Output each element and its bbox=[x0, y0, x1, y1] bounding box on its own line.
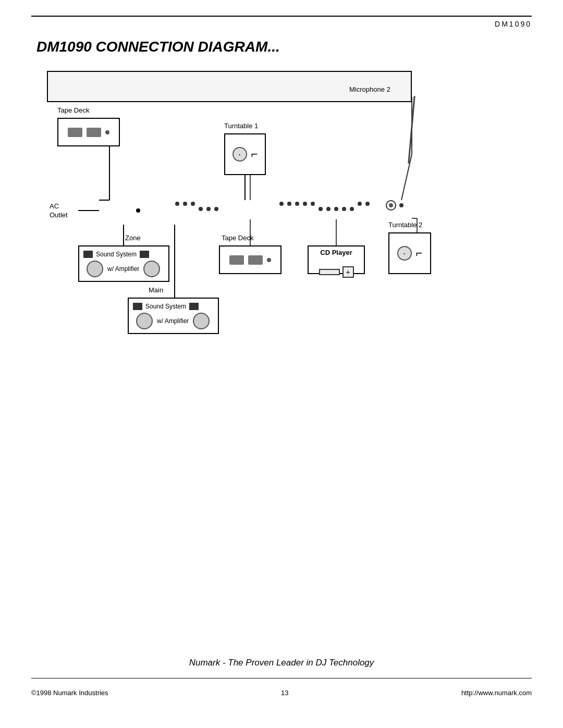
tape-deck-1 bbox=[57, 118, 120, 146]
footer-bottom: ©1998 Numark Industries 13 http://www.nu… bbox=[31, 689, 532, 697]
ac-outlet-label: ACOutlet bbox=[50, 202, 68, 220]
header-line bbox=[31, 16, 532, 17]
sound-system-main-row1: Sound System bbox=[132, 302, 215, 311]
tape-deck-2-content bbox=[220, 246, 280, 273]
tape-deck-1-content bbox=[58, 119, 119, 145]
speaker-circle-main-right bbox=[193, 313, 210, 329]
svg-point-32 bbox=[386, 201, 396, 210]
turntable-2-platter bbox=[397, 246, 412, 261]
svg-point-31 bbox=[365, 202, 370, 206]
cd-player: CD Player + bbox=[308, 245, 365, 274]
turntable-2-label: Turntable 2 bbox=[388, 221, 422, 229]
sound-system-zone-content: Sound System w/ Amplifier bbox=[79, 246, 168, 282]
svg-point-22 bbox=[295, 202, 299, 206]
sound-system-zone-line2: w/ Amplifier bbox=[107, 265, 139, 273]
diagram-area: Tape Deck ACOutlet Turntable 1 ⌐ Microph… bbox=[47, 71, 516, 373]
speaker-circle-zone-left bbox=[87, 261, 103, 277]
footer-page-number: 13 bbox=[281, 689, 288, 697]
svg-point-14 bbox=[175, 202, 179, 206]
svg-point-20 bbox=[279, 202, 284, 206]
tape-dot bbox=[105, 130, 109, 134]
header-model: DM1090 bbox=[31, 20, 532, 28]
cd-player-content: + bbox=[309, 258, 364, 285]
turntable-1-label: Turntable 1 bbox=[224, 122, 258, 130]
main-label: Main bbox=[149, 286, 163, 294]
sound-system-main-row2: w/ Amplifier bbox=[132, 311, 215, 331]
svg-point-26 bbox=[326, 207, 331, 211]
svg-point-30 bbox=[358, 202, 362, 206]
sound-system-main-line2: w/ Amplifier bbox=[157, 317, 189, 325]
turntable-1: ⌐ bbox=[224, 133, 266, 175]
sound-system-main-content: Sound System w/ Amplifier bbox=[129, 299, 218, 334]
turntable-1-jack: ⌐ bbox=[251, 147, 258, 161]
speaker-icon-zone-right bbox=[140, 251, 149, 258]
page-container: DM1090 DM1090 CONNECTION DIAGRAM... bbox=[0, 0, 563, 728]
footer-tagline: Numark - The Proven Leader in DJ Technol… bbox=[31, 658, 532, 668]
svg-point-17 bbox=[199, 207, 203, 211]
microphone-cable bbox=[408, 96, 415, 164]
speaker-icon-zone-left bbox=[83, 251, 93, 258]
svg-point-27 bbox=[334, 207, 338, 211]
tape-deck-1-label: Tape Deck bbox=[57, 106, 89, 114]
svg-point-3 bbox=[136, 208, 140, 213]
tape-deck-2-label: Tape Deck bbox=[222, 234, 253, 242]
turntable-2-jack: ⌐ bbox=[416, 246, 423, 260]
microphone-2-label: Microphone 2 bbox=[349, 85, 390, 93]
sound-system-zone-line1: Sound System bbox=[96, 251, 137, 258]
svg-point-29 bbox=[350, 207, 354, 211]
tape-deck-2-rect-1 bbox=[229, 255, 244, 265]
tape-deck-2-rect-2 bbox=[248, 255, 263, 265]
tape-rect-2 bbox=[87, 128, 101, 137]
svg-point-24 bbox=[311, 202, 315, 206]
tape-deck-2-dot bbox=[267, 258, 271, 262]
sound-system-zone: Sound System w/ Amplifier bbox=[78, 245, 169, 282]
svg-point-23 bbox=[303, 202, 307, 206]
turntable-2: ⌐ bbox=[388, 232, 431, 274]
sound-system-main-line1: Sound System bbox=[145, 303, 186, 310]
svg-point-34 bbox=[399, 203, 403, 207]
footer-copyright: ©1998 Numark Industries bbox=[31, 689, 108, 697]
svg-point-25 bbox=[319, 207, 323, 211]
cd-eject-button: + bbox=[342, 266, 354, 278]
page-title: DM1090 CONNECTION DIAGRAM... bbox=[36, 39, 532, 55]
turntable-2-content: ⌐ bbox=[389, 233, 430, 273]
svg-point-16 bbox=[191, 202, 195, 206]
svg-point-15 bbox=[183, 202, 187, 206]
sound-system-main: Sound System w/ Amplifier bbox=[128, 298, 219, 334]
svg-line-6 bbox=[401, 154, 412, 200]
sound-system-zone-row1: Sound System bbox=[82, 250, 165, 259]
cd-slot bbox=[319, 269, 340, 275]
sound-system-zone-row2: w/ Amplifier bbox=[82, 259, 165, 279]
zone-label: Zone bbox=[125, 234, 141, 242]
tape-rect-1 bbox=[68, 128, 82, 137]
turntable-1-content: ⌐ bbox=[225, 134, 265, 174]
speaker-circle-zone-right bbox=[143, 261, 160, 277]
turntable-1-platter bbox=[232, 147, 247, 162]
svg-point-33 bbox=[389, 203, 393, 207]
cd-player-label: CD Player bbox=[309, 246, 364, 258]
svg-point-28 bbox=[342, 207, 346, 211]
speaker-icon-main-right bbox=[189, 303, 199, 310]
speaker-circle-main-left bbox=[136, 313, 153, 329]
footer-website: http://www.numark.com bbox=[461, 689, 532, 697]
svg-point-19 bbox=[214, 207, 218, 211]
tape-deck-2 bbox=[219, 245, 282, 274]
svg-point-18 bbox=[206, 207, 211, 211]
svg-point-21 bbox=[287, 202, 291, 206]
footer-separator bbox=[31, 678, 532, 678]
speaker-icon-main-left bbox=[133, 303, 142, 310]
connection-lines-svg bbox=[47, 71, 516, 373]
